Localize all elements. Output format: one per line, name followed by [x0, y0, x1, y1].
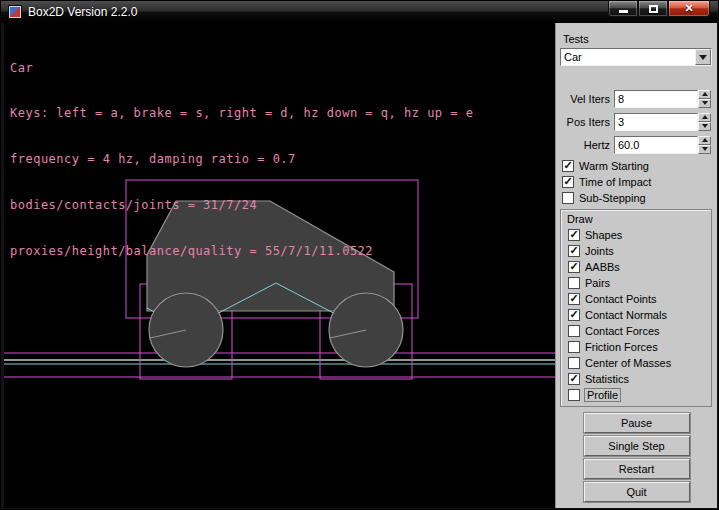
- hertz-input[interactable]: [614, 136, 698, 154]
- checkbox-profile[interactable]: Profile: [568, 387, 709, 403]
- vel-iters-down-button[interactable]: [698, 99, 711, 108]
- vel-iters-input[interactable]: [614, 90, 698, 108]
- arrow-down-icon: [702, 147, 708, 151]
- chevron-down-icon: [699, 55, 707, 60]
- pos-iters-up-button[interactable]: [698, 113, 711, 122]
- maximize-button[interactable]: [638, 1, 668, 17]
- checkbox-icon: [568, 341, 580, 353]
- checkbox-icon: [562, 192, 574, 204]
- single-step-button[interactable]: Single Step: [584, 436, 690, 456]
- tests-dropdown-button[interactable]: [695, 49, 711, 65]
- checkbox-center-of-masses[interactable]: Center of Masses: [568, 355, 709, 371]
- minimize-icon: [619, 10, 628, 13]
- tests-dropdown[interactable]: Car: [560, 48, 712, 66]
- minimize-button[interactable]: [608, 1, 638, 17]
- checkbox-contact-points[interactable]: Contact Points: [568, 291, 709, 307]
- checkbox-icon: [568, 261, 580, 273]
- checkbox-joints[interactable]: Joints: [568, 243, 709, 259]
- simulation-canvas[interactable]: Car Keys: left = a, brake = s, right = d…: [4, 23, 555, 508]
- checkbox-sub-stepping[interactable]: Sub-Stepping: [562, 190, 713, 206]
- checkbox-warm-starting[interactable]: Warm Starting: [562, 158, 713, 174]
- draw-group-label: Draw: [567, 213, 709, 225]
- hertz-row: Hertz: [560, 135, 713, 154]
- checkbox-icon: [562, 176, 574, 188]
- checkbox-icon: [562, 160, 574, 172]
- window-title: Box2D Version 2.2.0: [28, 5, 137, 19]
- pos-iters-down-button[interactable]: [698, 122, 711, 131]
- vel-iters-label: Vel Iters: [560, 93, 614, 105]
- maximize-icon: [649, 5, 658, 13]
- checkbox-icon: [568, 325, 580, 337]
- hertz-down-button[interactable]: [698, 145, 711, 154]
- overlay-keys: Keys: left = a, brake = s, right = d, hz…: [10, 106, 473, 121]
- pos-iters-label: Pos Iters: [560, 116, 614, 128]
- checkbox-icon: [568, 373, 580, 385]
- checkbox-icon: [568, 277, 580, 289]
- checkbox-friction-forces[interactable]: Friction Forces: [568, 339, 709, 355]
- checkbox-aabbs[interactable]: AABBs: [568, 259, 709, 275]
- overlay-frequency: frequency = 4 hz, damping ratio = 0.7: [10, 152, 473, 167]
- control-panel: Tests Car Vel Iters Pos Iters: [555, 23, 717, 508]
- checkbox-icon: [568, 389, 580, 401]
- arrow-down-icon: [702, 101, 708, 105]
- vel-iters-up-button[interactable]: [698, 90, 711, 99]
- close-button[interactable]: ✕: [668, 1, 710, 17]
- overlay-tree-stats: proxies/height/balance/quality = 55/7/1/…: [10, 244, 473, 259]
- pos-iters-stepper: [698, 113, 711, 131]
- overlay-counts: bodies/contacts/joints = 31/7/24: [10, 198, 473, 213]
- restart-button[interactable]: Restart: [584, 459, 690, 479]
- titlebar[interactable]: Box2D Version 2.2.0 ✕: [1, 1, 718, 23]
- quit-button[interactable]: Quit: [584, 482, 690, 502]
- checkbox-shapes[interactable]: Shapes: [568, 227, 709, 243]
- checkbox-icon: [568, 245, 580, 257]
- checkbox-icon: [568, 357, 580, 369]
- client-area: Car Keys: left = a, brake = s, right = d…: [4, 23, 715, 506]
- checkbox-contact-forces[interactable]: Contact Forces: [568, 323, 709, 339]
- tests-label: Tests: [563, 33, 713, 45]
- stats-overlay: Car Keys: left = a, brake = s, right = d…: [10, 30, 473, 290]
- close-icon: ✕: [684, 3, 693, 14]
- hertz-up-button[interactable]: [698, 136, 711, 145]
- arrow-down-icon: [702, 124, 708, 128]
- solver-toggles: Warm Starting Time of Impact Sub-Steppin…: [560, 158, 713, 206]
- draw-group: Draw Shapes Joints AABBs Pairs: [560, 209, 712, 407]
- iteration-spinners: Vel Iters Pos Iters Hertz: [560, 89, 713, 154]
- pause-button[interactable]: Pause: [584, 413, 690, 433]
- checkbox-icon: [568, 309, 580, 321]
- tests-dropdown-value: Car: [561, 49, 695, 65]
- app-icon: [8, 5, 22, 19]
- hertz-label: Hertz: [560, 139, 614, 151]
- overlay-test-title: Car: [10, 61, 473, 76]
- action-buttons: Pause Single Step Restart Quit: [560, 413, 713, 505]
- checkbox-time-of-impact[interactable]: Time of Impact: [562, 174, 713, 190]
- arrow-up-icon: [702, 138, 708, 142]
- window-controls: ✕: [608, 1, 710, 17]
- checkbox-contact-normals[interactable]: Contact Normals: [568, 307, 709, 323]
- pos-iters-row: Pos Iters: [560, 112, 713, 131]
- pos-iters-input[interactable]: [614, 113, 698, 131]
- checkbox-icon: [568, 229, 580, 241]
- vel-iters-row: Vel Iters: [560, 89, 713, 108]
- arrow-up-icon: [702, 115, 708, 119]
- checkbox-icon: [568, 293, 580, 305]
- checkbox-pairs[interactable]: Pairs: [568, 275, 709, 291]
- vel-iters-stepper: [698, 90, 711, 108]
- checkbox-statistics[interactable]: Statistics: [568, 371, 709, 387]
- hertz-stepper: [698, 136, 711, 154]
- app-window: Box2D Version 2.2.0 ✕: [0, 0, 719, 510]
- arrow-up-icon: [702, 92, 708, 96]
